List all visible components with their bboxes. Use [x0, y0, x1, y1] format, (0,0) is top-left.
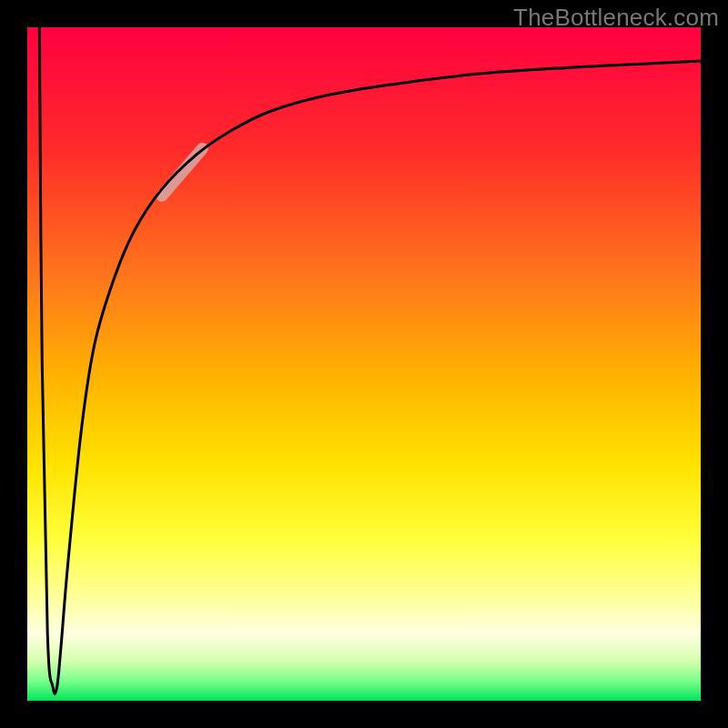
chart-container: TheBottleneck.com [0, 0, 728, 728]
chart-svg [27, 27, 701, 701]
plot-area [27, 27, 701, 701]
heat-gradient-rect [27, 27, 701, 701]
watermark-text: TheBottleneck.com [513, 4, 719, 32]
